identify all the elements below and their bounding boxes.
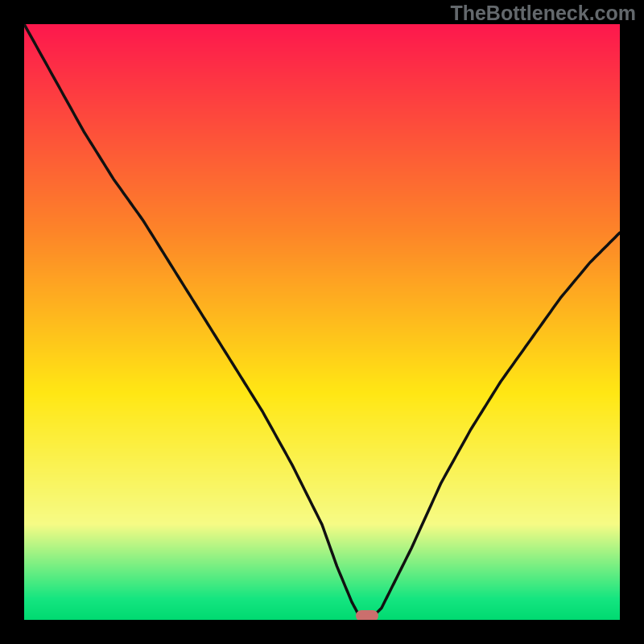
watermark-text: TheBottleneck.com — [450, 2, 636, 25]
curve-layer — [24, 24, 620, 620]
chart-frame: TheBottleneck.com — [0, 0, 644, 644]
optimal-marker — [356, 610, 378, 620]
plot-area — [24, 24, 620, 620]
bottleneck-curve — [24, 24, 620, 620]
